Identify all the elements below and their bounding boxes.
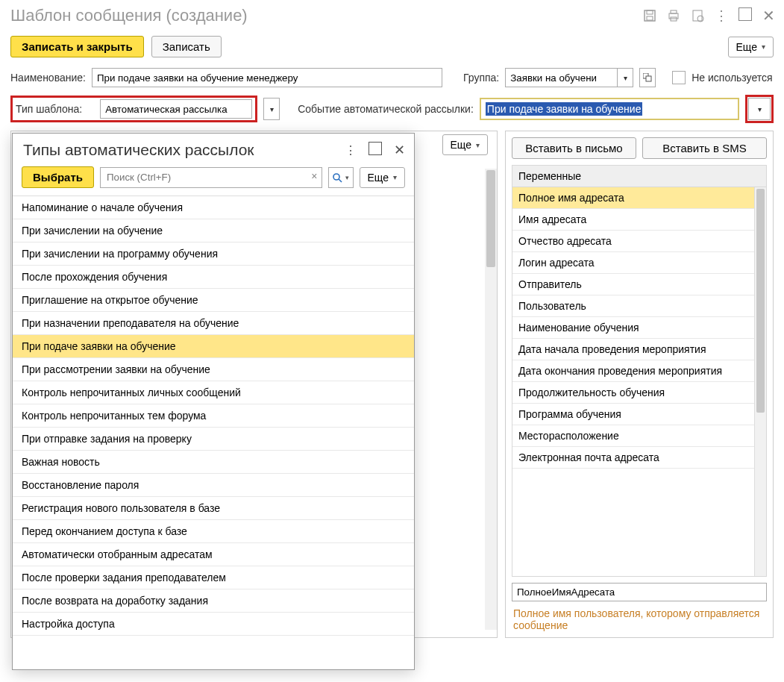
popup-list-item[interactable]: Перед окончанием доступа к базе <box>13 520 414 543</box>
popup-list-item[interactable]: При отправке задания на проверку <box>13 428 414 451</box>
event-label: Событие автоматической рассылки: <box>298 103 474 115</box>
popup-list-item[interactable]: Регистрация нового пользователя в базе <box>13 497 414 520</box>
event-input[interactable]: При подаче заявки на обучение <box>480 98 739 120</box>
popup-close-icon[interactable]: ✕ <box>394 142 405 158</box>
popup-list-item[interactable]: Напоминание о начале обучения <box>13 196 414 219</box>
save-icon[interactable] <box>643 9 656 22</box>
editor-scrollbar[interactable] <box>485 169 497 630</box>
variables-list: Полное имя адресатаИмя адресатаОтчество … <box>512 187 766 576</box>
name-input[interactable] <box>92 68 442 87</box>
popup-list-item[interactable]: Восстановление пароля <box>13 474 414 497</box>
popup-list-item[interactable]: Настройка доступа <box>13 613 414 636</box>
popup-search-input[interactable] <box>100 167 322 188</box>
event-dropdown-highlight <box>745 95 774 123</box>
insert-mail-button[interactable]: Вставить в письмо <box>512 137 636 159</box>
not-used-label: Не используется <box>692 72 772 84</box>
editor-scrollbar-thumb[interactable] <box>486 170 495 267</box>
variables-scrollbar-thumb[interactable] <box>756 189 765 413</box>
variables-panel: Вставить в письмо Вставить в SMS Перемен… <box>505 131 774 638</box>
event-dropdown-button[interactable] <box>748 98 771 120</box>
variables-scrollbar[interactable] <box>754 187 766 576</box>
event-value: При подаче заявки на обучение <box>486 102 643 116</box>
report-icon[interactable] <box>691 9 704 22</box>
save-and-close-button[interactable]: Записать и закрыть <box>10 36 144 57</box>
variable-list-item[interactable]: Логин адресата <box>512 252 766 274</box>
popup-list-item[interactable]: При подаче заявки на обучение <box>13 335 414 358</box>
type-dropdown-button[interactable] <box>263 98 280 120</box>
name-group-row: Наименование: Группа: Не используется <box>0 66 784 93</box>
variable-list-item[interactable]: Отправитель <box>512 274 766 295</box>
group-open-button[interactable] <box>639 68 656 87</box>
svg-rect-4 <box>671 10 677 13</box>
popup-list-item[interactable]: Контроль непрочитанных тем форума <box>13 404 414 428</box>
save-button[interactable]: Записать <box>151 36 222 57</box>
variable-list-item[interactable]: Наименование обучения <box>512 317 766 339</box>
editor-more-button[interactable]: Еще <box>442 134 489 155</box>
type-input[interactable] <box>100 99 252 119</box>
template-type-highlight: Тип шаблона: <box>10 96 257 122</box>
variable-list-item[interactable]: Дата окончания проведения мероприятия <box>512 360 766 382</box>
popup-list-item[interactable]: Приглашение на открытое обучение <box>13 289 414 312</box>
popup-search-button[interactable] <box>328 167 354 188</box>
variable-list-item[interactable]: Программа обучения <box>512 404 766 425</box>
popup-list-item[interactable]: При зачислении на программу обучения <box>13 243 414 266</box>
popup-maximize-icon[interactable] <box>369 142 382 158</box>
variable-list-item[interactable]: Электронная почта адресата <box>512 447 766 469</box>
group-label: Группа: <box>463 72 499 84</box>
popup-title: Типы автоматических рассылок <box>23 141 345 159</box>
variable-list-item[interactable]: Полное имя адресата <box>512 187 766 209</box>
popup-list-item[interactable]: При рассмотрении заявки на обучение <box>13 358 414 381</box>
popup-list-item[interactable]: Автоматически отобранным адресатам <box>13 543 414 566</box>
svg-point-10 <box>333 174 339 180</box>
popup-more-button[interactable]: Еще <box>360 167 406 188</box>
variable-list-item[interactable]: Имя адресата <box>512 209 766 231</box>
variable-list-item[interactable]: Пользователь <box>512 295 766 317</box>
popup-list-item[interactable]: При назначении преподавателя на обучение <box>13 312 414 335</box>
popup-list-item[interactable]: Контроль непрочитанных личных сообщений <box>13 381 414 404</box>
popup-select-button[interactable]: Выбрать <box>22 166 94 188</box>
svg-line-11 <box>339 179 342 182</box>
popup-list-item[interactable]: После проверки задания преподавателем <box>13 566 414 589</box>
variable-list-item[interactable]: Продолжительность обучения <box>512 382 766 404</box>
type-label: Тип шаблона: <box>16 103 82 115</box>
mailing-types-popup: Типы автоматических рассылок ⋮ ✕ Выбрать… <box>12 133 415 670</box>
print-icon[interactable] <box>667 9 680 22</box>
popup-list-item[interactable]: При зачислении на обучение <box>13 219 414 243</box>
group-dropdown-button[interactable] <box>617 68 633 87</box>
main-toolbar: Записать и закрыть Записать Еще <box>0 33 784 66</box>
variable-code-input[interactable] <box>512 583 767 601</box>
popup-search-wrap: × <box>100 167 322 188</box>
popup-search-clear-icon[interactable]: × <box>311 170 317 182</box>
name-label: Наименование: <box>10 72 86 84</box>
popup-list-item[interactable]: После возврата на доработку задания <box>13 589 414 613</box>
maximize-icon[interactable] <box>738 7 752 25</box>
variables-header: Переменные <box>512 166 766 187</box>
svg-rect-2 <box>647 16 653 20</box>
window-titlebar: Шаблон сообщения (создание) ⋮ ✕ <box>0 0 784 33</box>
kebab-icon[interactable]: ⋮ <box>715 7 728 24</box>
svg-rect-0 <box>645 10 655 21</box>
variable-list-item[interactable]: Месторасположение <box>512 425 766 447</box>
not-used-checkbox[interactable] <box>672 71 686 84</box>
popup-list: Напоминание о начале обученияПри зачисле… <box>13 195 414 669</box>
popup-kebab-icon[interactable]: ⋮ <box>345 143 357 157</box>
variable-list-item[interactable]: Отчество адресата <box>512 231 766 252</box>
insert-sms-button[interactable]: Вставить в SMS <box>642 137 767 159</box>
popup-list-item[interactable]: После прохождения обучения <box>13 266 414 289</box>
popup-list-item[interactable]: Важная новость <box>13 451 414 474</box>
svg-rect-9 <box>646 76 651 81</box>
close-icon[interactable]: ✕ <box>762 7 775 25</box>
more-button[interactable]: Еще <box>728 37 774 57</box>
variable-list-item[interactable]: Дата начала проведения мероприятия <box>512 339 766 360</box>
window-title: Шаблон сообщения (создание) <box>10 6 643 25</box>
variable-hint: Полное имя пользователя, которому отправ… <box>512 607 767 631</box>
type-event-row: Тип шаблона: Событие автоматической расс… <box>0 93 784 131</box>
svg-rect-1 <box>647 10 653 14</box>
group-input[interactable] <box>505 68 617 87</box>
